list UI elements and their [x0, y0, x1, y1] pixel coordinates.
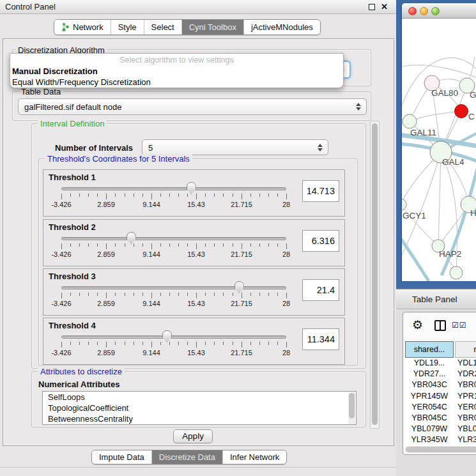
- table-panel-card: ⚙ ☑☑ shared... n YDL19...YDL1 YDR27...YD…: [403, 312, 476, 455]
- apply-button[interactable]: Apply: [173, 429, 213, 443]
- network-node-gal11[interactable]: [403, 114, 417, 128]
- table-row[interactable]: YDL19...YDL1: [405, 358, 476, 369]
- interval-definition-label: Interval Definition: [38, 119, 107, 128]
- table-horizontal-scrollbar[interactable]: [405, 446, 476, 453]
- threshold-1-slider-track[interactable]: [61, 187, 286, 190]
- table-row[interactable]: YDR27...YDR2: [405, 369, 476, 380]
- screen: Control Panel ✕ Network Style Select Cyn…: [0, 0, 476, 476]
- tab-cyni-toolbox[interactable]: Cyni Toolbox: [181, 20, 243, 35]
- slider-major-ticks: [61, 293, 288, 298]
- threshold-1-value-field[interactable]: [302, 180, 339, 202]
- attributes-group-label: Attributes to discretize: [38, 367, 125, 376]
- control-panel: Control Panel ✕ Network Style Select Cyn…: [0, 0, 396, 476]
- attributes-group: Attributes to discretize Numerical Attri…: [31, 371, 366, 427]
- node-label-hap2: HAP2: [439, 249, 461, 259]
- tab-discretize-data[interactable]: Discretize Data: [151, 450, 222, 464]
- table-settings-gear-icon[interactable]: ⚙: [412, 318, 423, 332]
- settings-vertical-scrollbar[interactable]: [370, 121, 380, 429]
- table-row[interactable]: YER054CYER0: [405, 402, 476, 413]
- node-label-gcy1: GCY1: [403, 211, 426, 220]
- cyni-main-panel: Discretization Algorithm Select algorith…: [3, 38, 394, 446]
- close-window-button[interactable]: [408, 7, 417, 15]
- tab-jactivemnodules[interactable]: jActiveMNodules: [243, 20, 320, 35]
- attributes-scrollbar[interactable]: [348, 392, 355, 424]
- network-canvas[interactable]: GAL80 G GAL11 C GAL4 GCY1 H HAP2: [402, 19, 476, 281]
- tab-network[interactable]: Network: [54, 20, 111, 35]
- threshold-panel-4: Threshold 4 -3.426 2.859 9.144 15.43 21.…: [43, 318, 345, 365]
- tab-impute-data[interactable]: Impute Data: [92, 450, 151, 464]
- table-row[interactable]: YPR145WYPR1: [405, 391, 476, 402]
- scale-label: 9.144: [142, 250, 160, 258]
- threshold-3-value-field[interactable]: [302, 279, 339, 301]
- threshold-2-slider-track[interactable]: [61, 237, 286, 240]
- thresholds-group-label: Threshold's Coordinates for 5 Intervals: [45, 154, 192, 164]
- table-row[interactable]: YBR043CYBR0: [405, 380, 476, 390]
- threshold-2-label: Threshold 2: [49, 222, 96, 232]
- network-node-selected[interactable]: [455, 105, 468, 118]
- tab-infer-network[interactable]: Infer Network: [222, 450, 286, 464]
- float-window-button[interactable]: [369, 4, 375, 10]
- list-item-selfloops[interactable]: SelfLoops: [43, 392, 356, 403]
- scale-label: -3.426: [51, 300, 71, 307]
- threshold-4-value-field[interactable]: [302, 328, 339, 350]
- tab-select[interactable]: Select: [144, 20, 181, 35]
- threshold-1-slider-thumb[interactable]: [187, 182, 196, 194]
- tab-style[interactable]: Style: [111, 20, 144, 35]
- number-of-intervals-combobox[interactable]: 5: [142, 139, 328, 155]
- numerical-attributes-label: Numerical Attributes: [38, 380, 119, 389]
- close-panel-button[interactable]: ✕: [381, 2, 388, 12]
- threshold-4-slider-thumb[interactable]: [162, 330, 172, 342]
- scale-label: 28: [282, 201, 290, 208]
- column-layout-icon[interactable]: [434, 320, 446, 331]
- node-label-partial-c: C: [468, 112, 475, 121]
- combo-arrows-icon: [318, 144, 323, 151]
- threshold-panel-3: Threshold 3 -3.426 2.859 9.144 15.43 21.…: [43, 268, 345, 316]
- scale-label: 9.144: [142, 300, 160, 307]
- network-icon: [61, 22, 70, 32]
- scale-label: 9.144: [142, 349, 160, 357]
- threshold-3-label: Threshold 3: [49, 272, 96, 281]
- zoom-window-button[interactable]: [431, 7, 440, 15]
- scale-label: -3.426: [51, 201, 71, 208]
- table-row[interactable]: YBR045CYBR0: [405, 413, 476, 424]
- column-header-shared-name[interactable]: shared...: [405, 341, 454, 358]
- table-panel-header: Table Panel: [396, 289, 476, 309]
- table-data-combobox[interactable]: galFiltered.sif default node: [18, 98, 367, 115]
- minimize-window-button[interactable]: [420, 7, 428, 15]
- algorithm-option-equal-width[interactable]: Equal Width/Frequency Discretization: [12, 77, 342, 87]
- table-data-group: Table Data galFiltered.sif default node: [12, 91, 371, 121]
- network-node[interactable]: [450, 266, 463, 279]
- table-data-value: galFiltered.sif default node: [24, 102, 121, 112]
- algorithm-option-manual[interactable]: Manual Discretization: [12, 66, 342, 76]
- threshold-4-slider-track[interactable]: [61, 335, 286, 339]
- scale-label: 2.859: [97, 201, 115, 208]
- threshold-2-slider-thumb[interactable]: [127, 232, 136, 244]
- threshold-3-slider-thumb[interactable]: [234, 281, 244, 293]
- control-panel-titlebar: Control Panel ✕: [0, 0, 396, 14]
- threshold-panel-1: Threshold 1 -3.426 2.859 9.144 15.43 21.…: [43, 169, 345, 217]
- scale-label: 21.715: [231, 300, 252, 307]
- list-item-betweennesscentrality[interactable]: BetweennessCentrality: [43, 413, 356, 424]
- node-label-gal80: GAL80: [431, 88, 458, 98]
- threshold-2-value-field[interactable]: [302, 230, 339, 252]
- table-row[interactable]: YBL079WYBL0: [405, 424, 476, 434]
- scale-label: 15.43: [187, 349, 205, 357]
- settings-viewport: Interval Definition Number of Intervals …: [29, 121, 370, 429]
- slider-major-ticks: [61, 342, 288, 348]
- scale-label: 21.715: [231, 250, 252, 258]
- slider-major-ticks: [61, 243, 288, 249]
- scale-label: 21.715: [231, 201, 252, 208]
- network-node-gcy1[interactable]: [402, 199, 406, 210]
- select-columns-checkboxes-icon[interactable]: ☑☑: [452, 321, 467, 330]
- scale-label: 2.859: [97, 300, 115, 307]
- list-item-topologicalcoefficient[interactable]: TopologicalCoefficient: [43, 403, 356, 413]
- combo-arrows-icon: [356, 103, 362, 111]
- node-label-gal4: GAL4: [442, 157, 464, 167]
- column-header-name[interactable]: n: [455, 341, 476, 358]
- threshold-3-slider-track[interactable]: [61, 286, 286, 289]
- numerical-attributes-list: SelfLoops TopologicalCoefficient Between…: [42, 391, 357, 425]
- tab-network-label: Network: [73, 22, 104, 32]
- table-data-group-label: Table Data: [19, 87, 63, 96]
- table-row[interactable]: YLR345WYLR3: [405, 434, 476, 445]
- network-window: GAL80 G GAL11 C GAL4 GCY1 H HAP2: [402, 3, 476, 281]
